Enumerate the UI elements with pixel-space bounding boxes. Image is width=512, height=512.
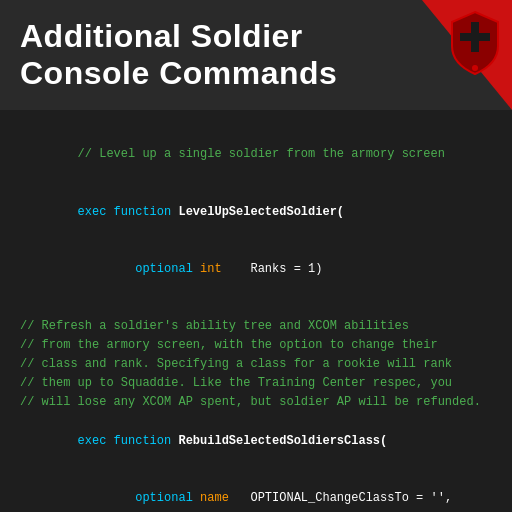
func-decl-1: exec function LevelUpSelectedSoldier(: [20, 184, 492, 242]
shield-container: [422, 0, 512, 110]
main-container: Additional Soldier Console Commands // L…: [0, 0, 512, 512]
comment-2-4: // them up to Squaddie. Like the Trainin…: [20, 374, 492, 393]
comment-2-1: // Refresh a soldier's ability tree and …: [20, 317, 492, 336]
func-decl-2: exec function RebuildSelectedSoldiersCla…: [20, 413, 492, 471]
title-line2: Console Commands: [20, 55, 337, 91]
code-block-1: // Level up a single soldier from the ar…: [20, 126, 492, 299]
param-2-1: optional name OPTIONAL_ChangeClassTo = '…: [20, 470, 492, 512]
code-section: // Level up a single soldier from the ar…: [0, 110, 512, 512]
shield-icon: [446, 8, 504, 78]
comment-1: // Level up a single soldier from the ar…: [20, 126, 492, 184]
comment-2-2: // from the armory screen, with the opti…: [20, 336, 492, 355]
param-1: optional int Ranks = 1): [20, 241, 492, 299]
svg-point-2: [472, 65, 478, 71]
header: Additional Soldier Console Commands: [0, 0, 512, 110]
code-block-2: // Refresh a soldier's ability tree and …: [20, 317, 492, 512]
svg-rect-1: [460, 33, 490, 41]
comment-2-3: // class and rank. Specifying a class fo…: [20, 355, 492, 374]
title-line1: Additional Soldier: [20, 18, 303, 54]
comment-2-5: // will lose any XCOM AP spent, but sold…: [20, 393, 492, 412]
